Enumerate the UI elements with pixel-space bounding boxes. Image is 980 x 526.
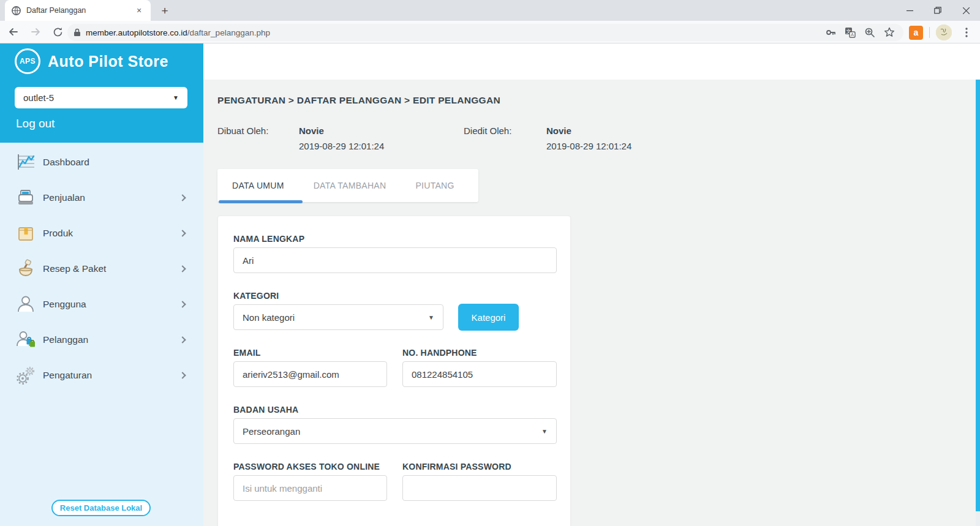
zoom-icon[interactable] xyxy=(864,27,875,38)
audit-meta: Dibuat Oleh: Novie 2019-08-29 12:01:24 D… xyxy=(0,126,980,162)
sidebar-item-label: Penjualan xyxy=(43,192,85,203)
tab-data-umum[interactable]: DATA UMUM xyxy=(217,181,299,190)
chevron-right-icon xyxy=(179,230,186,236)
chevron-right-icon xyxy=(179,301,186,307)
edit-pelanggan-form-card: NAMA LENGKAP KATEGORI Non kategori ▼ Kat… xyxy=(217,216,571,526)
outlet-select[interactable]: outlet-5 ▼ xyxy=(15,87,187,108)
kategori-label: KATEGORI xyxy=(233,291,279,301)
breadcrumb: PENGATURAN > DAFTAR PELANGGAN > EDIT PEL… xyxy=(217,95,500,106)
toolbar-divider xyxy=(929,27,930,38)
page-scrollbar-thumb[interactable] xyxy=(976,80,980,511)
translate-icon[interactable]: 文A xyxy=(845,27,856,38)
close-window-button[interactable] xyxy=(952,0,980,21)
password-label: PASSWORD AKSES TOKO ONLINE xyxy=(233,462,380,472)
edited-at-value: 2019-08-29 12:01:24 xyxy=(546,141,631,151)
nama-lengkap-input[interactable] xyxy=(233,247,557,273)
konfirmasi-password-input[interactable] xyxy=(402,475,557,501)
sidebar-item-pengguna[interactable]: Pengguna xyxy=(0,287,203,322)
forward-icon[interactable] xyxy=(27,23,44,40)
browser-tab[interactable]: Daftar Pelanggan × xyxy=(5,0,151,21)
url-bar[interactable]: member.autopilotstore.co.id/daftar_pelan… xyxy=(67,24,903,41)
bookmark-star-icon[interactable] xyxy=(884,27,895,38)
new-tab-button[interactable]: + xyxy=(157,3,173,19)
handphone-input[interactable] xyxy=(402,361,557,387)
sidebar: APS Auto Pilot Store outlet-5 ▼ Log out … xyxy=(0,43,203,526)
sidebar-item-pelanggan[interactable]: Pelanggan xyxy=(0,322,203,358)
brand-name: Auto Pilot Store xyxy=(48,53,168,70)
created-at-value: 2019-08-29 12:01:24 xyxy=(299,141,384,151)
main-header-band xyxy=(203,43,980,80)
mortar-pestle-icon xyxy=(15,258,37,280)
chevron-down-icon: ▼ xyxy=(541,428,548,435)
sidebar-item-label: Pengaturan xyxy=(43,370,92,381)
brand: APS Auto Pilot Store xyxy=(15,48,168,74)
browser-tabstrip: Daftar Pelanggan × + xyxy=(0,0,980,21)
detail-tabs: DATA UMUM DATA TAMBAHAN PIUTANG xyxy=(217,169,478,202)
lock-icon xyxy=(74,28,81,37)
sidebar-item-label: Produk xyxy=(43,228,73,239)
chevron-right-icon xyxy=(179,372,186,378)
handphone-label: NO. HANDPHONE xyxy=(402,348,477,358)
tab-close-icon[interactable]: × xyxy=(134,5,145,16)
password-input[interactable] xyxy=(233,475,387,501)
edited-by-value: Novie xyxy=(546,126,571,136)
kategori-select[interactable]: Non kategori ▼ xyxy=(233,304,443,330)
package-box-icon xyxy=(15,222,37,244)
badan-usaha-select[interactable]: Perseorangan ▼ xyxy=(233,418,557,444)
konfirmasi-password-label: KONFIRMASI PASSWORD xyxy=(402,462,511,472)
kategori-button[interactable]: Kategori xyxy=(458,304,519,331)
svg-text:A: A xyxy=(851,32,854,37)
created-by-value: Novie xyxy=(299,126,324,136)
edited-by-label: Diedit Oleh: xyxy=(464,126,511,136)
sidebar-item-resep-paket[interactable]: Resep & Paket xyxy=(0,251,203,287)
back-icon[interactable] xyxy=(5,23,22,40)
sidebar-item-pengaturan[interactable]: Pengaturan xyxy=(0,358,203,393)
kategori-select-value: Non kategori xyxy=(243,312,295,323)
shopping-bag-extension-icon[interactable]: a xyxy=(909,26,923,40)
browser-toolbar: member.autopilotstore.co.id/daftar_pelan… xyxy=(0,21,980,43)
browser-menu-icon[interactable] xyxy=(958,24,975,41)
nama-lengkap-label: NAMA LENGKAP xyxy=(233,234,304,244)
globe-favicon-icon xyxy=(11,6,21,16)
reset-database-button[interactable]: Reset Database Lokal xyxy=(51,500,151,516)
chevron-right-icon xyxy=(179,336,186,343)
sidebar-item-penjualan[interactable]: Penjualan xyxy=(0,180,203,216)
gears-icon xyxy=(15,364,37,386)
page-scrollbar-track[interactable] xyxy=(976,80,980,526)
created-by-label: Dibuat Oleh: xyxy=(217,126,268,136)
sidebar-item-label: Resep & Paket xyxy=(43,263,106,274)
customer-bags-icon xyxy=(15,329,37,351)
tab-title: Daftar Pelanggan xyxy=(26,6,129,15)
sidebar-item-label: Pengguna xyxy=(43,299,86,310)
url-text: member.autopilotstore.co.id/daftar_pelan… xyxy=(86,28,825,37)
email-input[interactable] xyxy=(233,361,387,387)
chevron-right-icon xyxy=(179,265,186,272)
cash-register-icon xyxy=(15,187,37,209)
chevron-right-icon xyxy=(179,194,186,201)
minimize-button[interactable] xyxy=(895,0,924,21)
aps-logo-icon: APS xyxy=(15,48,40,74)
email-label: EMAIL xyxy=(233,348,261,358)
chevron-down-icon: ▼ xyxy=(173,94,179,101)
chevron-down-icon: ▼ xyxy=(428,314,434,321)
profile-avatar[interactable] xyxy=(936,24,952,40)
restore-button[interactable] xyxy=(924,0,952,21)
active-tab-underline xyxy=(219,200,303,203)
user-icon xyxy=(15,293,37,315)
tab-data-tambahan[interactable]: DATA TAMBAHAN xyxy=(299,181,401,190)
reload-icon[interactable] xyxy=(49,23,66,40)
badan-usaha-select-value: Perseorangan xyxy=(243,426,300,437)
sidebar-item-label: Pelanggan xyxy=(43,334,88,345)
sidebar-menu: Dashboard Penjualan Produk Resep & Paket xyxy=(0,145,203,393)
tab-piutang[interactable]: PIUTANG xyxy=(401,181,469,190)
key-icon[interactable] xyxy=(825,27,836,38)
outlet-select-value: outlet-5 xyxy=(23,92,54,103)
sidebar-item-produk[interactable]: Produk xyxy=(0,216,203,251)
badan-usaha-label: BADAN USAHA xyxy=(233,405,298,415)
